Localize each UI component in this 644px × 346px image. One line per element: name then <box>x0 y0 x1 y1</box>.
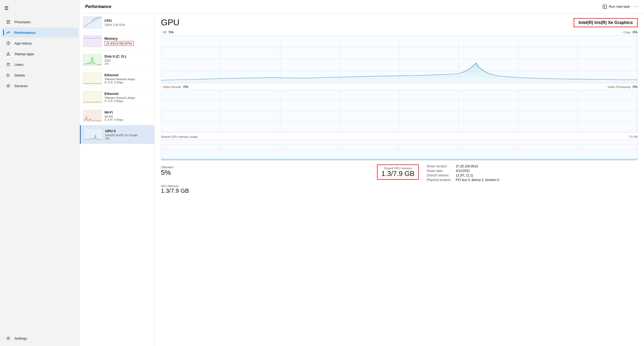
ethernet1-name: Ethernet <box>104 73 151 77</box>
shared-memory-section: Shared GPU memory usage 7.9 GB <box>161 135 638 161</box>
svg-rect-8 <box>6 74 9 74</box>
gpu-line-chart <box>161 35 637 83</box>
processing-pct: 0% <box>630 85 638 89</box>
sidebar-item-users[interactable]: Users <box>2 59 78 70</box>
sidebar-item-settings[interactable]: Settings <box>2 333 78 343</box>
resource-item-wifi[interactable]: Wi-Fi WLAN S: 0 R: 0 Kbps <box>80 107 154 125</box>
memory-thumbnail <box>83 35 102 47</box>
sidebar-users-label: Users <box>14 63 23 67</box>
bottom-stats-row: Utilization 5% Shared GPU memory 1.3/7.9… <box>161 164 638 182</box>
disk-name: Disk 0 (C: D:) <box>104 54 151 58</box>
3d-copy-row: › 3D 5% › Copy 0% <box>161 30 638 34</box>
svg-rect-0 <box>6 20 10 21</box>
more-options-button[interactable]: ··· <box>633 4 639 9</box>
resource-item-cpu[interactable]: CPU 100% 3.30 GHz <box>80 13 154 32</box>
resource-list: CPU 100% 3.30 GHz Memory 15.4/15.8 GB (9… <box>80 13 155 346</box>
gpu0-name: GPU 0 <box>105 129 151 133</box>
shared-gpu-label: Shared GPU memory usage <box>161 135 198 138</box>
main-panel: Performance Run new task ··· CPU 10 <box>80 0 644 346</box>
decode-processing-row: › Video Decode 0% › Video Processing 0% <box>161 85 638 89</box>
sidebar-item-details[interactable]: Details <box>2 70 78 80</box>
run-task-icon <box>602 4 607 9</box>
shared-memory-line-chart <box>161 140 637 160</box>
cpu-name: CPU <box>104 19 151 23</box>
processes-icon <box>6 19 11 24</box>
svg-point-7 <box>9 63 10 64</box>
ethernet2-sub1: VMware Network Adapt <box>104 96 151 99</box>
sidebar-item-services[interactable]: Services <box>2 81 78 91</box>
shared-gpu-stat: Shared GPU memory 1.3/7.9 GB <box>377 164 419 180</box>
gpu-area-fill <box>161 63 637 83</box>
cpu-thumbnail <box>83 17 102 29</box>
decode-processing-chart <box>161 90 638 132</box>
wifi-thumbnail <box>83 110 102 122</box>
gpu-title-row: GPU Intel(R) Iris(R) Xe Graphics <box>161 18 638 27</box>
shared-mem-fill <box>161 159 637 160</box>
svg-rect-2 <box>6 23 10 23</box>
cpu-info: CPU 100% 3.30 GHz <box>104 19 151 26</box>
processing-pct-value: 0% <box>633 85 638 89</box>
ethernet1-sub2: S: 0 R: 0 Kbps <box>104 81 151 84</box>
processing-label: › Video Processing <box>606 85 630 88</box>
driver-version-key: Driver version: <box>427 164 452 168</box>
sidebar-services-label: Services <box>14 84 28 88</box>
svg-point-5 <box>8 54 9 55</box>
disk-info: Disk 0 (C: D:) SSD 2% <box>104 54 151 65</box>
disk-sub1: SSD <box>104 59 151 62</box>
ethernet2-thumbnail <box>83 91 102 103</box>
startup-icon <box>6 51 11 56</box>
svg-point-6 <box>7 63 9 65</box>
memory-info: Memory 15.4/15.8 GB (97%) <box>104 37 151 46</box>
sidebar-performance-label: Performance <box>14 31 35 35</box>
info-grid: Driver version: 27.20.100.9510 Driver da… <box>427 164 638 182</box>
driver-version-val: 27.20.100.9510 <box>456 164 638 168</box>
wifi-sub1: WLAN <box>104 115 151 118</box>
resource-item-gpu0[interactable]: GPU 0 Intel(R) Iris(R) Xe Graphi 5% <box>80 125 154 144</box>
resource-item-disk[interactable]: Disk 0 (C: D:) SSD 2% <box>80 51 154 69</box>
shared-memory-chart <box>161 139 638 161</box>
driver-date-key: Driver date: <box>427 169 452 173</box>
3d-chevron: › <box>161 31 162 34</box>
svg-rect-9 <box>6 75 10 76</box>
gpu-main-chart <box>161 35 638 83</box>
resource-item-memory[interactable]: Memory 15.4/15.8 GB (97%) <box>80 32 154 51</box>
decode-pct-value: 0% <box>183 85 188 89</box>
svg-rect-10 <box>6 76 9 77</box>
page-title: Performance <box>85 4 111 9</box>
3d-text: 3D <box>163 31 167 34</box>
directx-val: 12 (FL 12.1) <box>456 174 638 177</box>
wifi-sub2: S: 0 R: 0 Kbps <box>104 118 151 121</box>
run-new-task-label: Run new task <box>609 5 630 9</box>
shared-gpu-stat-value: 1.3/7.9 GB <box>381 170 414 178</box>
run-new-task-button[interactable]: Run new task <box>602 4 630 9</box>
svg-point-11 <box>8 85 9 87</box>
ethernet2-sub2: S: 0 R: 0 Kbps <box>104 99 151 103</box>
resource-item-ethernet1[interactable]: Ethernet VMware Network Adapt S: 0 R: 0 … <box>80 69 154 88</box>
header-actions: Run new task ··· <box>602 4 639 9</box>
sidebar-item-startup-apps[interactable]: Startup apps <box>2 49 78 59</box>
wifi-info: Wi-Fi WLAN S: 0 R: 0 Kbps <box>104 110 151 121</box>
gpu-detail-panel: GPU Intel(R) Iris(R) Xe Graphics › 3D 5%… <box>155 13 644 346</box>
gpu0-info: GPU 0 Intel(R) Iris(R) Xe Graphi 5% <box>105 129 151 140</box>
resource-item-ethernet2[interactable]: Ethernet VMware Network Adapt S: 0 R: 0 … <box>80 88 154 107</box>
decode-pct: 0% <box>181 85 606 89</box>
settings-icon <box>6 336 11 341</box>
gpu-model-badge: Intel(R) Iris(R) Xe Graphics <box>574 18 638 27</box>
hamburger-menu[interactable]: ☰ <box>0 3 80 17</box>
shared-memory-label-row: Shared GPU memory usage 7.9 GB <box>161 135 638 138</box>
performance-icon <box>6 30 11 35</box>
sidebar-item-app-history[interactable]: App history <box>2 38 78 48</box>
ethernet2-name: Ethernet <box>104 92 151 96</box>
details-icon <box>6 73 11 78</box>
3d-pct-left: 5% <box>167 30 622 34</box>
utilization-label: Utilization <box>161 166 372 169</box>
sidebar-processes-label: Processes <box>14 20 31 24</box>
svg-point-12 <box>8 338 9 339</box>
sidebar-item-processes[interactable]: Processes <box>2 17 78 27</box>
disk-thumbnail <box>83 54 102 66</box>
sidebar-item-performance[interactable]: Performance <box>2 27 78 38</box>
users-icon <box>6 62 11 67</box>
3d-pct-value: 5% <box>169 30 174 34</box>
ethernet1-thumbnail <box>83 73 102 85</box>
gpu0-thumbnail <box>84 128 103 140</box>
